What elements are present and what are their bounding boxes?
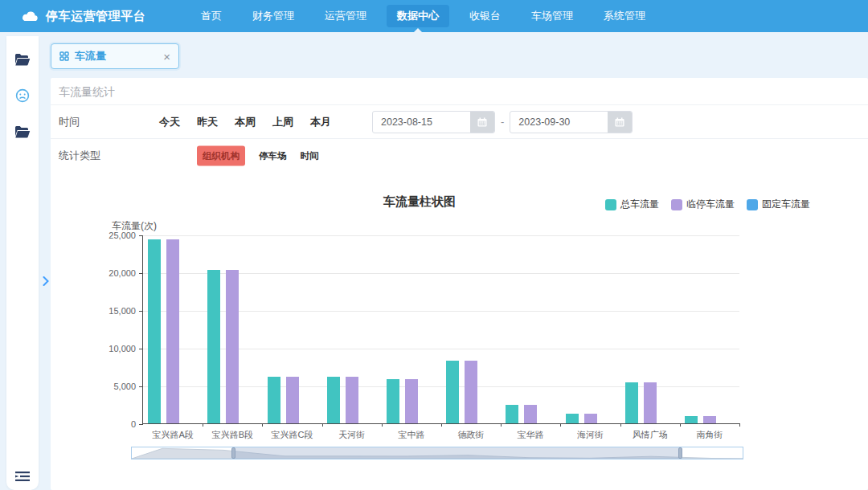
date-from-value: 2023-08-15 [373,116,470,128]
bar-临停车流量 [524,405,537,424]
y-tick-label: 20,000 [108,268,136,278]
tab-vehicle-flow[interactable]: 车流量 × [51,43,179,69]
quick-option-0[interactable]: 今天 [159,115,180,129]
tab-bar: 车流量 × [51,43,179,69]
main-nav-menu: 首页财务管理运营管理数据中心收银台车场管理系统管理 [190,5,656,27]
category-slot [501,235,560,423]
type-option-2[interactable]: 时间 [301,150,319,162]
nav-item-5[interactable]: 车场管理 [521,5,583,27]
date-range-separator: - [501,116,504,128]
nav-item-1[interactable]: 财务管理 [242,5,305,27]
x-tick-mark [501,423,502,427]
date-to-value: 2023-09-30 [510,116,608,128]
expand-panel-chevron-icon[interactable] [41,274,51,288]
type-option-1[interactable]: 停车场 [259,150,287,162]
face-icon[interactable] [14,87,31,104]
legend-label: 临停车流量 [686,198,735,211]
bar-临停车流量 [226,270,239,423]
x-axis-label: 宝兴路A段 [143,429,203,441]
x-tick-mark [739,423,740,427]
datazoom-handle-left[interactable] [231,447,235,459]
x-axis-label: 风情广场 [620,429,680,441]
quick-option-4[interactable]: 本月 [310,115,331,129]
x-axis-label: 南角街 [680,429,739,441]
app-title: 停车运营管理平台 [46,9,145,24]
time-filter-label: 时间 [59,115,80,129]
x-tick-mark [322,423,323,427]
legend-item-2[interactable]: 固定车流量 [747,198,810,211]
nav-item-0[interactable]: 首页 [190,5,232,27]
bar-临停车流量 [465,361,477,423]
datazoom-window[interactable] [234,447,681,459]
quick-option-1[interactable]: 昨天 [197,115,218,129]
bar-总车流量 [566,414,579,423]
bar-临停车流量 [166,239,179,423]
y-tick-label: 15,000 [108,306,136,316]
time-filter-row: 时间 今天昨天本周上周本月 2023-08-15 - 2023-09-30 [51,105,868,139]
nav-item-3[interactable]: 数据中心 [387,5,449,27]
legend-swatch [605,199,616,210]
bar-临停车流量 [703,416,716,423]
bar-总车流量 [506,405,518,424]
quick-option-3[interactable]: 上周 [272,115,293,129]
bar-临停车流量 [286,377,299,423]
tab-close-icon[interactable]: × [163,51,170,63]
x-tick-mark [620,423,621,427]
y-tick-label: 0 [131,419,136,429]
category-slot [680,235,739,423]
x-axis-label: 宝中路 [382,429,441,441]
nav-item-4[interactable]: 收银台 [459,5,511,27]
x-axis-label: 德政街 [441,429,501,441]
time-quick-options: 今天昨天本周上周本月 [159,115,331,129]
bar-总车流量 [387,379,399,423]
bar-总车流量 [685,416,698,423]
folder-open-icon[interactable] [14,51,31,68]
category-slot [322,235,382,423]
calendar-icon[interactable] [470,112,494,133]
category-slot [620,235,680,423]
tab-label: 车流量 [75,49,106,63]
date-to-input[interactable]: 2023-09-30 [510,111,633,133]
y-tick-mark [139,424,143,425]
bar-总车流量 [625,382,638,423]
date-from-input[interactable]: 2023-08-15 [372,111,495,133]
datazoom-slider[interactable] [131,447,743,459]
y-tick-label: 25,000 [108,231,136,240]
legend-item-1[interactable]: 临停车流量 [671,198,735,211]
grid-icon [59,51,69,61]
x-tick-mark [441,423,442,427]
type-option-0[interactable]: 组织机构 [197,146,245,166]
nav-item-6[interactable]: 系统管理 [593,5,656,27]
content-panel: 车流量统计 时间 今天昨天本周上周本月 2023-08-15 - 2023-09… [51,78,868,490]
bar-总车流量 [268,377,280,423]
type-filter-row: 统计类型 组织机构停车场时间 [51,139,868,173]
category-slot [560,235,620,423]
cloud-logo-icon [21,10,39,22]
section-title: 车流量统计 [51,78,868,105]
left-icon-rail [6,36,39,490]
quick-option-2[interactable]: 本周 [235,115,256,129]
datazoom-handle-right[interactable] [678,447,682,459]
folder-open-icon[interactable] [14,123,31,141]
x-axis-label: 海河街 [560,429,620,441]
type-filter-label: 统计类型 [59,149,100,163]
calendar-icon[interactable] [608,112,632,133]
category-slot [143,235,203,423]
y-tick-label: 5,000 [113,382,136,391]
category-slot [382,235,441,423]
legend-item-0[interactable]: 总车流量 [605,198,659,211]
legend-label: 固定车流量 [762,198,810,211]
bar-临停车流量 [346,377,358,423]
x-axis-label: 宝兴路C段 [262,429,321,441]
x-tick-mark [382,423,383,427]
collapse-menu-icon[interactable] [14,468,31,485]
bar-总车流量 [446,361,459,423]
category-slot [262,235,321,423]
bar-chart-plot: 05,00010,00015,00020,00025,000宝兴路A段宝兴路B段… [142,235,739,424]
legend-swatch [747,199,758,210]
bar-临停车流量 [584,414,597,423]
nav-item-2[interactable]: 运营管理 [314,5,377,27]
stat-type-options: 组织机构停车场时间 [197,146,319,166]
app-brand: 停车运营管理平台 [0,9,145,24]
bar-总车流量 [207,270,220,423]
